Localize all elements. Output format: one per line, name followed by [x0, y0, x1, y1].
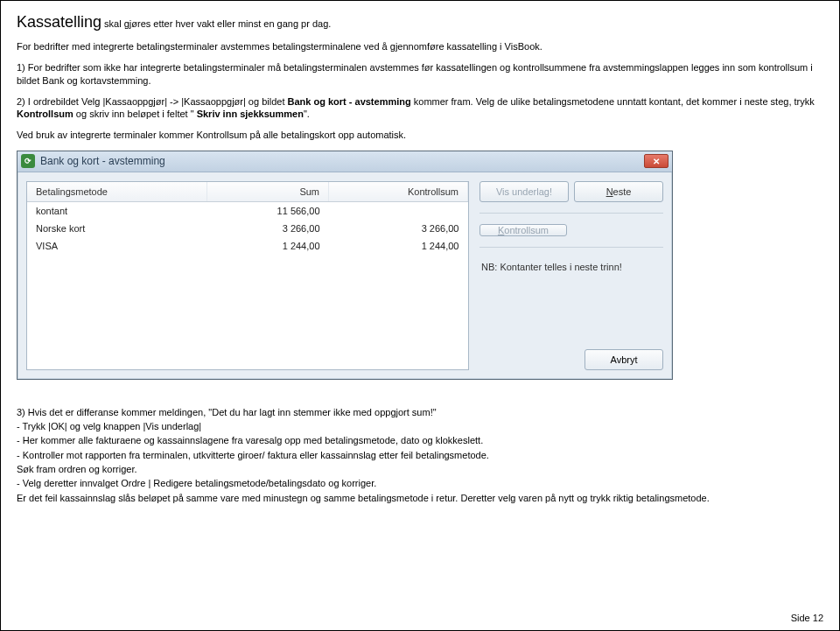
app-icon: ⟳ — [21, 154, 35, 168]
note-text: NB: Kontanter telles i neste trinn! — [480, 258, 663, 276]
paragraph-step3d: Søk fram ordren og korriger. — [17, 463, 823, 475]
dialog-window: ⟳ Bank og kort - avstemming ✕ Betalingsm… — [17, 151, 673, 380]
table-row[interactable]: Norske kort 3 266,00 3 266,00 — [27, 220, 468, 237]
paragraph-step3f: Er det feil kassainnslag slås beløpet på… — [17, 492, 823, 504]
table-row[interactable]: VISA 1 244,00 1 244,00 — [27, 237, 468, 255]
table-row[interactable]: kontant 11 566,00 — [27, 201, 468, 220]
paragraph-step3: 3) Hvis det er differanse kommer melding… — [17, 406, 823, 418]
paragraph-step3e: - Velg deretter innvalget Ordre | Redige… — [17, 477, 823, 489]
paragraph-step3a: - Trykk |OK| og velg knappen |Vis underl… — [17, 420, 823, 432]
paragraph-auto: Ved bruk av integrerte terminaler kommer… — [17, 129, 823, 141]
close-icon[interactable]: ✕ — [644, 154, 668, 168]
neste-button[interactable]: Neste — [574, 181, 663, 202]
paragraph-step3c: - Kontroller mot rapporten fra terminale… — [17, 449, 823, 461]
col-method: Betalingsmetode — [27, 182, 207, 202]
avbryt-button[interactable]: Avbryt — [584, 349, 663, 370]
paragraph-step2: 2) I ordrebildet Velg |Kassaoppgjør| -> … — [17, 95, 823, 121]
vis-underlag-button[interactable]: Vis underlag! — [480, 181, 569, 202]
col-control: Kontrollsum — [329, 182, 468, 202]
kontrollsum-button[interactable]: Kontrollsum — [480, 224, 567, 236]
payment-table: Betalingsmetode Sum Kontrollsum kontant … — [27, 182, 468, 255]
button-panel: Vis underlag! Neste Kontrollsum NB: Kont… — [480, 181, 663, 370]
paragraph-intro: For bedrifter med integrerte betalingste… — [17, 40, 823, 53]
title-sub: skal gjøres etter hver vakt eller minst … — [102, 18, 331, 29]
title-main: Kassatelling — [17, 13, 102, 31]
titlebar: ⟳ Bank og kort - avstemming ✕ — [18, 151, 672, 172]
window-title: Bank og kort - avstemming — [40, 155, 644, 167]
paragraph-step1: 1) For bedrifter som ikke har integrerte… — [17, 61, 823, 87]
col-sum: Sum — [207, 182, 329, 202]
payment-table-panel: Betalingsmetode Sum Kontrollsum kontant … — [26, 181, 469, 370]
page-number: Side 12 — [791, 613, 823, 623]
divider — [480, 213, 663, 214]
page-title: Kassatelling skal gjøres etter hver vakt… — [17, 13, 823, 32]
divider — [480, 247, 663, 248]
paragraph-step3b: - Her kommer alle fakturaene og kassainn… — [17, 434, 823, 446]
